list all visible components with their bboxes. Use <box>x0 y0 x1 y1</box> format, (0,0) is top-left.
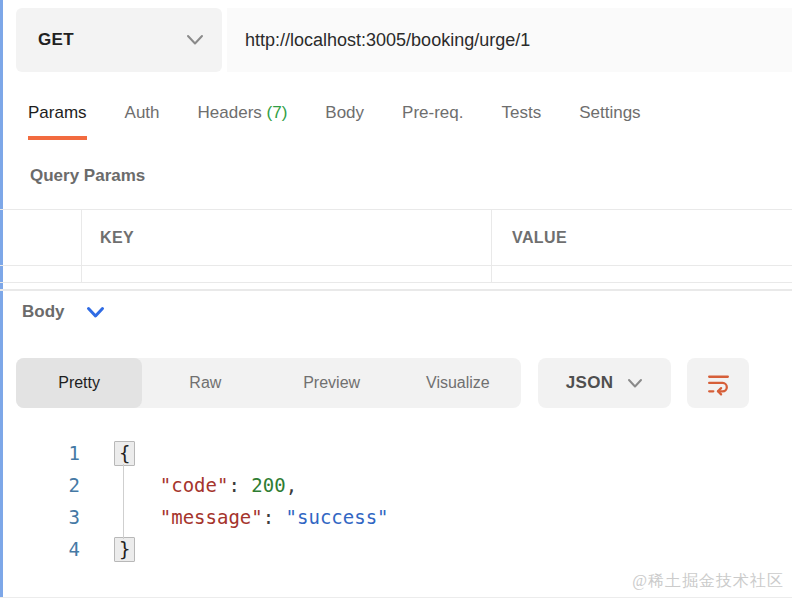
code-line: 3 "message": "success" <box>0 501 792 533</box>
value-column-header: VALUE <box>512 229 567 247</box>
wrap-text-icon <box>705 370 732 397</box>
code-text: } <box>114 537 135 562</box>
watermark: @稀土掘金技术社区 <box>632 571 784 592</box>
tab-label: Pre-req. <box>402 103 463 122</box>
tab-headers[interactable]: Headers (7) <box>198 103 288 140</box>
chevron-down-icon <box>627 378 643 389</box>
bracket-highlight: } <box>114 537 135 562</box>
line-number: 3 <box>0 506 80 528</box>
format-label: JSON <box>566 373 614 393</box>
table-row[interactable] <box>0 266 792 283</box>
wrap-text-button[interactable] <box>687 358 749 408</box>
code-line: 2 "code": 200, <box>0 469 792 501</box>
line-number: 2 <box>0 474 80 496</box>
chevron-down-icon <box>86 306 105 319</box>
request-url-bar: GET http://localhost:3005/booking/urge/1 <box>16 8 792 72</box>
code-line: 4} <box>0 533 792 565</box>
token-ws <box>114 474 160 496</box>
token-num: 200 <box>251 474 285 496</box>
url-input[interactable]: http://localhost:3005/booking/urge/1 <box>227 8 792 72</box>
tab-pre-req[interactable]: Pre-req. <box>402 103 463 140</box>
tab-params[interactable]: Params <box>28 103 87 140</box>
tab-body[interactable]: Body <box>325 103 364 140</box>
method-label: GET <box>38 30 74 50</box>
response-body-label: Body <box>22 302 65 322</box>
tab-label: Body <box>325 103 364 122</box>
bracket-highlight: { <box>114 441 135 466</box>
response-toolbar: PrettyRawPreviewVisualize JSON <box>16 358 776 408</box>
token-ws <box>114 506 160 528</box>
code-text: "message": "success" <box>114 506 389 528</box>
response-code-viewer[interactable]: 1{2 "code": 200,3 "message": "success"4} <box>0 437 792 565</box>
method-select[interactable]: GET <box>16 8 222 72</box>
tab-tests[interactable]: Tests <box>502 103 542 140</box>
url-text: http://localhost:3005/booking/urge/1 <box>245 30 530 51</box>
key-column-header: KEY <box>100 229 134 247</box>
table-header-row: KEY VALUE <box>0 209 792 266</box>
view-tab-raw[interactable]: Raw <box>142 358 268 408</box>
tab-label: Auth <box>125 103 160 122</box>
request-tabs: ParamsAuthHeaders (7)BodyPre-req.TestsSe… <box>28 103 641 140</box>
tab-auth[interactable]: Auth <box>125 103 160 140</box>
rest-client-window: GET http://localhost:3005/booking/urge/1… <box>0 0 792 598</box>
tab-label: Settings <box>579 103 640 122</box>
chevron-down-icon <box>186 34 204 46</box>
fold-guide-line <box>123 464 124 539</box>
code-text: { <box>114 441 135 466</box>
section-divider <box>0 289 792 291</box>
view-tab-pretty[interactable]: Pretty <box>16 358 142 408</box>
code-line: 1{ <box>0 437 792 469</box>
headers-count-badge: (7) <box>262 103 288 122</box>
tab-label: Params <box>28 103 87 122</box>
line-number: 4 <box>0 538 80 560</box>
response-view-tabs: PrettyRawPreviewVisualize <box>16 358 521 408</box>
token-punct: : <box>263 506 286 528</box>
line-number: 1 <box>0 442 80 464</box>
query-params-table: KEY VALUE <box>0 209 792 283</box>
token-punct: : <box>228 474 251 496</box>
token-key: "code" <box>160 474 229 496</box>
token-key: "message" <box>160 506 263 528</box>
tab-settings[interactable]: Settings <box>579 103 640 140</box>
query-params-title: Query Params <box>30 166 145 186</box>
view-tab-preview[interactable]: Preview <box>269 358 395 408</box>
view-tab-visualize[interactable]: Visualize <box>395 358 521 408</box>
tab-label: Headers <box>198 103 262 122</box>
tab-label: Tests <box>502 103 542 122</box>
code-text: "code": 200, <box>114 474 297 496</box>
checkbox-column-header <box>0 210 82 265</box>
format-dropdown[interactable]: JSON <box>538 358 671 408</box>
token-str: "success" <box>286 506 389 528</box>
token-punct: , <box>286 474 297 496</box>
response-body-toggle[interactable]: Body <box>22 302 105 322</box>
